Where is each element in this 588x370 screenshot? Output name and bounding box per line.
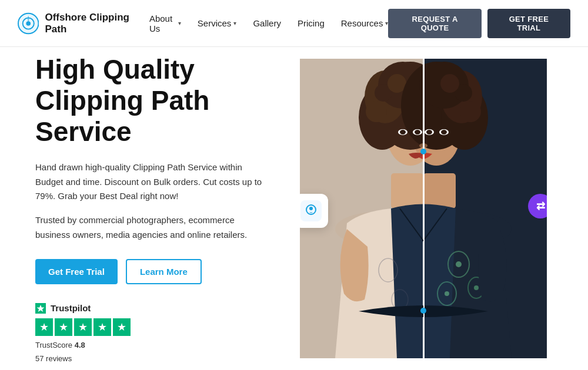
get-free-trial-nav-button[interactable]: GET FREE TRIAL <box>487 9 570 38</box>
svg-point-33 <box>440 74 459 93</box>
svg-point-35 <box>400 130 406 134</box>
svg-marker-3 <box>37 305 45 312</box>
hero-cta-group: Get Free Trial Learn More <box>35 259 270 284</box>
star-5: ★ <box>113 318 131 336</box>
svg-rect-6 <box>391 173 423 208</box>
app-badge-icon <box>300 194 328 228</box>
hero-content: High Quality Clipping Path Service Hand … <box>35 54 294 362</box>
trustpilot-label: Trustpilot <box>51 303 91 313</box>
swap-icon: ⇄ <box>536 200 545 213</box>
navbar-cta-group: REQUEST A QUOTE GET FREE TRIAL <box>388 9 570 38</box>
split-line <box>423 59 425 358</box>
get-free-trial-button[interactable]: Get Free Trial <box>35 259 118 284</box>
star-4: ★ <box>93 318 111 336</box>
hero-image-area: ⇄ <box>294 47 553 370</box>
nav-about[interactable]: About Us ▾ <box>149 14 181 33</box>
hero-title: High Quality Clipping Path Service <box>35 54 270 147</box>
svg-point-39 <box>426 130 432 134</box>
learn-more-button[interactable]: Learn More <box>126 259 202 284</box>
trustpilot-stars: ★ ★ ★ ★ ★ <box>35 318 270 336</box>
trustpilot-section: Trustpilot ★ ★ ★ ★ ★ TrustScore 4.8 57 r… <box>35 303 270 363</box>
svg-point-15 <box>445 291 449 296</box>
svg-point-14 <box>474 285 479 290</box>
swap-badge-icon: ⇄ <box>528 194 547 218</box>
request-quote-button[interactable]: REQUEST A QUOTE <box>388 9 481 38</box>
trustpilot-reviews: 57 reviews <box>35 354 270 363</box>
nav-gallery[interactable]: Gallery <box>253 18 281 28</box>
svg-point-41 <box>441 130 447 134</box>
clipping-tool-icon <box>300 200 322 221</box>
svg-point-31 <box>460 101 481 122</box>
svg-point-37 <box>415 130 420 134</box>
hero-trusted-text: Trusted by commercial photographers, eco… <box>35 213 270 243</box>
chevron-down-icon: ▾ <box>233 20 236 26</box>
nav-pricing[interactable]: Pricing <box>298 18 325 28</box>
svg-point-13 <box>456 261 462 267</box>
brand-name: Offshore Clipping Path <box>45 12 149 35</box>
navbar: Offshore Clipping Path About Us ▾ Servic… <box>0 0 588 47</box>
hero-image-container: ⇄ <box>300 59 547 358</box>
nav-services[interactable]: Services ▾ <box>198 18 237 28</box>
nav-resources[interactable]: Resources ▾ <box>341 18 389 28</box>
hero-section: High Quality Clipping Path Service Hand … <box>0 47 588 370</box>
split-dot-bottom <box>420 308 426 314</box>
svg-rect-7 <box>423 173 456 208</box>
hero-description: Hand drawn high-quality Clipping Path Se… <box>35 160 270 204</box>
split-dot-top <box>420 149 426 154</box>
star-3: ★ <box>74 318 92 336</box>
trustpilot-header: Trustpilot <box>35 303 270 314</box>
trustpilot-score-text: TrustScore 4.8 <box>35 341 270 349</box>
brand-container: Offshore Clipping Path <box>18 12 149 35</box>
svg-rect-44 <box>300 200 322 221</box>
trustpilot-logo-star <box>35 303 46 314</box>
nav-links: About Us ▾ Services ▾ Gallery Pricing Re… <box>149 14 389 33</box>
star-1: ★ <box>35 318 53 336</box>
brand-logo-icon <box>18 12 39 35</box>
chevron-down-icon: ▾ <box>178 20 181 26</box>
star-2: ★ <box>55 318 72 336</box>
svg-point-46 <box>309 207 313 210</box>
svg-point-24 <box>366 101 387 122</box>
